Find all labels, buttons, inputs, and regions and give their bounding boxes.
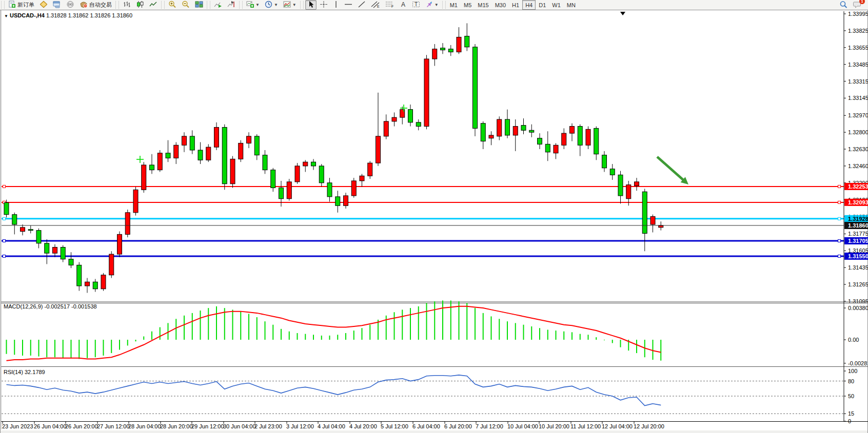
periodicity-button[interactable]: ▼: [263, 0, 280, 10]
macd-histogram-bar: [571, 332, 573, 340]
cursor-tool-button[interactable]: [305, 0, 317, 10]
candle-down: [594, 128, 599, 154]
line-handle[interactable]: [3, 239, 6, 242]
candle-up: [206, 147, 211, 160]
macd-histogram-bar: [402, 310, 403, 340]
line-handle[interactable]: [838, 201, 841, 203]
chart-candles-button[interactable]: [134, 0, 146, 10]
auto-scroll-button[interactable]: [212, 0, 224, 10]
time-tick-label: 29 Jun 12:00: [191, 423, 224, 429]
chart-bars-button[interactable]: [121, 0, 133, 10]
line-handle[interactable]: [838, 185, 841, 188]
price-tick-label: 1.31775: [848, 231, 868, 237]
trendline-tool-button[interactable]: [356, 0, 368, 10]
zoom-out-button[interactable]: [180, 0, 192, 10]
candle-up: [562, 133, 566, 145]
timeframe-button-m30[interactable]: M30: [492, 0, 509, 10]
candle-up: [157, 153, 162, 170]
new-chart-button[interactable]: ▼: [244, 0, 262, 10]
timeframe-button-m15[interactable]: M15: [475, 0, 491, 10]
macd-histogram-bar: [248, 314, 249, 340]
notification-badge: 1: [859, 0, 865, 4]
macd-histogram-bar: [46, 340, 47, 357]
macd-histogram-bar: [442, 300, 443, 340]
new-order-button[interactable]: 新订单: [6, 0, 36, 10]
indicators-button[interactable]: ▼: [281, 0, 299, 10]
candle-down: [254, 136, 259, 155]
rsi-tick-label: 0: [848, 418, 851, 424]
channel-tool-button[interactable]: E: [369, 0, 382, 10]
line-handle[interactable]: [3, 185, 6, 188]
svg-text:F: F: [391, 5, 393, 8]
candle-down: [222, 127, 227, 183]
candle-down: [4, 202, 9, 214]
market-watch-button[interactable]: [37, 0, 50, 10]
candle-down: [319, 166, 324, 183]
line-handle[interactable]: [3, 255, 6, 257]
timeframe-button-mn[interactable]: MN: [564, 0, 579, 10]
annotation-arrow[interactable]: [657, 157, 684, 181]
ohlc-values: 1.31828 1.31862 1.31826 1.31860: [46, 12, 132, 18]
timeframe-button-m1[interactable]: M1: [447, 0, 461, 10]
candle-down: [408, 110, 413, 122]
timeframe-button-w1[interactable]: W1: [549, 0, 564, 10]
line-handle[interactable]: [3, 217, 6, 220]
time-tick-label: 7 Jul 12:00: [476, 423, 503, 429]
price-tick-label: 1.33655: [848, 45, 868, 51]
candle-down: [416, 122, 421, 127]
candle-up: [239, 143, 243, 159]
signals-button[interactable]: [64, 0, 76, 10]
macd-histogram-bar: [636, 340, 637, 353]
line-handle[interactable]: [838, 217, 841, 220]
fibonacci-tool-button[interactable]: F: [383, 0, 397, 10]
chart-canvas[interactable]: 1.339951.338251.336551.334851.333151.331…: [0, 10, 868, 433]
arrows-tool-button[interactable]: ▼: [423, 0, 441, 10]
macd-histogram-bar: [353, 331, 354, 340]
timeframe-button-m5[interactable]: M5: [461, 0, 475, 10]
macd-histogram-bar: [337, 335, 338, 340]
macd-histogram-bar: [168, 323, 169, 340]
candle-up: [360, 176, 364, 181]
timeframe-button-h4[interactable]: H4: [522, 0, 536, 10]
timeframe-button-h1[interactable]: H1: [509, 0, 522, 10]
chart-shift-button[interactable]: [225, 0, 238, 10]
fibonacci-icon: F: [385, 1, 394, 9]
level-price-label: 1.31928: [848, 216, 868, 222]
chevron-down-icon: ▼: [435, 3, 439, 7]
text-tool-button[interactable]: A: [398, 0, 409, 10]
navigator-button[interactable]: [51, 0, 63, 10]
vertical-line-tool-button[interactable]: [331, 0, 341, 10]
line-handle[interactable]: [838, 239, 841, 242]
notifications-button[interactable]: 1: [851, 0, 864, 10]
macd-histogram-bar: [418, 306, 419, 340]
timeframe-button-d1[interactable]: D1: [536, 0, 549, 10]
candle-up: [133, 190, 138, 212]
collapse-triangle-icon[interactable]: ▼: [4, 14, 8, 18]
macd-histogram-bar: [87, 340, 88, 358]
horizontal-line-tool-button[interactable]: [342, 0, 354, 10]
symbol-period: USDCAD-,H4: [10, 12, 45, 18]
chart-line-button[interactable]: [147, 0, 160, 10]
candle-up: [626, 185, 631, 199]
macd-histogram-bar: [345, 333, 346, 340]
price-tick-label: 1.33485: [848, 61, 868, 68]
crosshair-tool-button[interactable]: [318, 0, 330, 10]
candle-down: [327, 183, 332, 197]
macd-histogram-bar: [63, 340, 64, 358]
new-chart-icon: [246, 1, 254, 9]
scroll-marker-icon[interactable]: [620, 12, 625, 15]
zoom-in-button[interactable]: [166, 0, 179, 10]
search-button[interactable]: [837, 0, 850, 10]
market-watch-icon: [40, 1, 48, 9]
tile-windows-button[interactable]: [193, 0, 205, 10]
text-label-tool-button[interactable]: T: [410, 0, 422, 10]
macd-histogram-bar: [588, 335, 589, 340]
text-icon: A: [400, 1, 407, 9]
line-handle[interactable]: [838, 255, 841, 257]
macd-histogram-bar: [135, 340, 136, 341]
candle-up: [21, 228, 25, 232]
auto-trading-button[interactable]: 自动交易: [77, 0, 114, 10]
candle-down: [69, 259, 73, 265]
candle-up: [351, 181, 356, 196]
macd-tick-label: 0.00: [848, 337, 859, 343]
